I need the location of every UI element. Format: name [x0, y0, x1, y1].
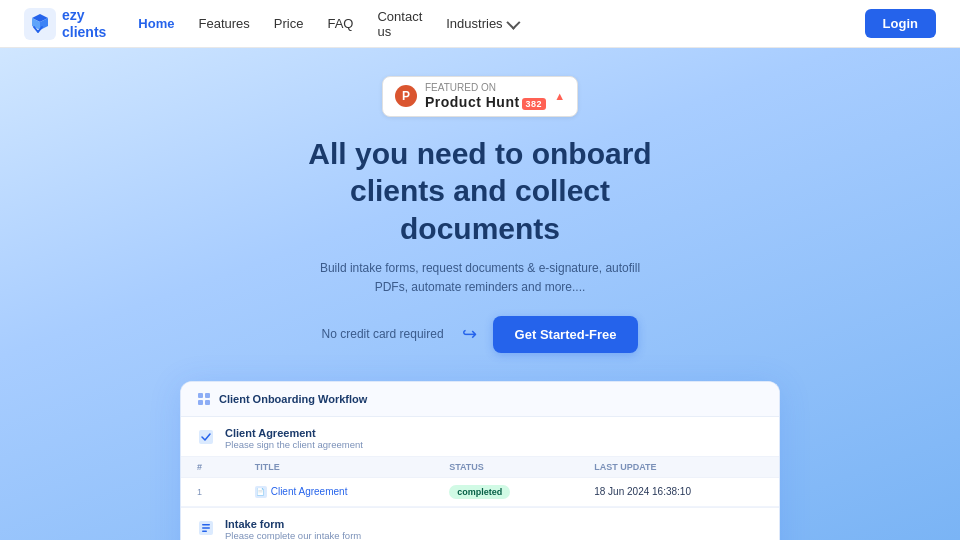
workflow-icon: [197, 392, 211, 406]
dashboard-title: Client Onboarding Workflow: [219, 393, 367, 405]
logo[interactable]: ezy clients: [24, 7, 106, 41]
no-credit-card-text: No credit card required: [322, 327, 444, 341]
row-num: 1: [181, 477, 239, 506]
dashboard-preview: Client Onboarding Workflow Client Agreem…: [180, 381, 780, 540]
agreement-desc: Please sign the client agreement: [225, 439, 363, 450]
intake-title: Intake form: [225, 518, 361, 530]
ph-count: 382: [522, 98, 547, 110]
login-button[interactable]: Login: [865, 9, 936, 38]
hero-subtext: Build intake forms, request documents & …: [310, 259, 650, 297]
row-last-update: 18 Jun 2024 16:38:10: [578, 477, 779, 506]
cta-row: No credit card required ↪ Get Started-Fr…: [322, 316, 639, 353]
table-row: 1 📄 Client Agreement completed 18 Jun 20…: [181, 477, 779, 506]
nav-industries[interactable]: Industries: [446, 16, 516, 31]
logo-text: ezy clients: [62, 7, 106, 41]
arrow-icon: ↪: [462, 323, 477, 345]
doc-icon: 📄: [255, 486, 267, 498]
hero-section: P FEATURED ON Product Hunt382 ▲ All you …: [0, 48, 960, 540]
hero-headline: All you need to onboard clients and coll…: [308, 135, 651, 248]
col-num: #: [181, 456, 239, 477]
nav-price[interactable]: Price: [274, 16, 304, 31]
svg-rect-4: [205, 400, 210, 405]
svg-rect-3: [198, 400, 203, 405]
intake-desc: Please complete our intake form: [225, 530, 361, 540]
svg-rect-8: [202, 527, 210, 529]
svg-rect-9: [202, 530, 207, 532]
ph-logo-icon: P: [395, 85, 417, 107]
svg-rect-5: [199, 430, 213, 444]
nav-faq[interactable]: FAQ: [327, 16, 353, 31]
agreement-title: Client Agreement: [225, 427, 363, 439]
get-started-button[interactable]: Get Started-Free: [493, 316, 639, 353]
section-header-intake: Intake form Please complete our intake f…: [181, 508, 779, 540]
nav-home[interactable]: Home: [138, 16, 174, 31]
product-hunt-badge[interactable]: P FEATURED ON Product Hunt382 ▲: [382, 76, 578, 117]
agreement-icon: [197, 428, 215, 446]
logo-icon: [24, 8, 56, 40]
ph-badge-content: FEATURED ON Product Hunt382: [425, 82, 546, 111]
col-status: STATUS: [433, 456, 578, 477]
svg-rect-7: [202, 524, 210, 526]
svg-rect-1: [198, 393, 203, 398]
doc-link[interactable]: 📄 Client Agreement: [255, 486, 417, 498]
nav-links: Home Features Price FAQ Contact us Indus…: [138, 9, 516, 39]
chevron-down-icon: [506, 15, 520, 29]
col-title: TITLE: [239, 456, 433, 477]
nav-features[interactable]: Features: [198, 16, 249, 31]
section-client-agreement: Client Agreement Please sign the client …: [181, 417, 779, 508]
col-last-update: LAST UPDATE: [578, 456, 779, 477]
ph-featured-label: FEATURED ON Product Hunt382: [425, 82, 546, 111]
ph-arrow-icon: ▲: [554, 90, 565, 102]
intake-icon: [197, 519, 215, 537]
dashboard-header: Client Onboarding Workflow: [181, 382, 779, 417]
navbar: ezy clients Home Features Price FAQ Cont…: [0, 0, 960, 48]
row-status: completed: [433, 477, 578, 506]
section-intake-form: Intake form Please complete our intake f…: [181, 508, 779, 540]
row-title: 📄 Client Agreement: [239, 477, 433, 506]
agreement-table: # TITLE STATUS LAST UPDATE 1 📄 Client Ag…: [181, 456, 779, 507]
section-header-agreement: Client Agreement Please sign the client …: [181, 417, 779, 456]
status-badge: completed: [449, 485, 510, 499]
ph-name: Product Hunt382: [425, 94, 546, 111]
nav-contact[interactable]: Contact us: [377, 9, 422, 39]
svg-rect-2: [205, 393, 210, 398]
